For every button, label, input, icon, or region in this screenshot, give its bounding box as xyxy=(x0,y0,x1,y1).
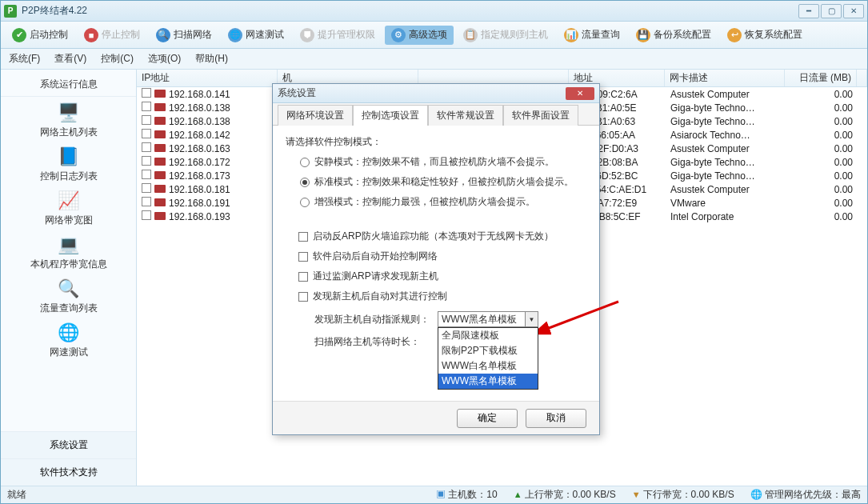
host-icon xyxy=(154,117,166,125)
tab-general[interactable]: 软件常规设置 xyxy=(428,105,503,126)
cancel-button[interactable]: 取消 xyxy=(526,409,586,428)
row-checkbox[interactable] xyxy=(142,156,151,166)
shield-icon: ⛊ xyxy=(300,28,314,42)
check-anti-arp[interactable]: 启动反ARP防火墙追踪功能（本选项对于无线网卡无效） xyxy=(298,230,586,243)
col-extra xyxy=(857,70,867,86)
col-traffic[interactable]: 日流量 (MB) xyxy=(785,70,857,86)
menu-control[interactable]: 控制(C) xyxy=(101,52,134,66)
minimize-button[interactable]: ━ xyxy=(798,4,819,18)
menu-system[interactable]: 系统(F) xyxy=(9,52,40,66)
ok-button[interactable]: 确定 xyxy=(457,409,518,428)
option-p2p-limit[interactable]: 限制P2P下载模板 xyxy=(438,343,538,358)
row-checkbox[interactable] xyxy=(142,170,151,179)
radio-standard[interactable]: 标准模式：控制效果和稳定性较好，但被控机防火墙会提示。 xyxy=(300,175,586,189)
option-global-limit[interactable]: 全局限速模板 xyxy=(438,328,538,343)
checkbox-icon xyxy=(298,292,308,302)
backup-config-button[interactable]: 💾备份系统配置 xyxy=(630,26,718,45)
rule-icon: 📋 xyxy=(463,28,478,42)
sidebar-item-process[interactable]: 💻本机程序带宽信息 xyxy=(1,229,136,273)
col-nic[interactable]: 网卡描述 xyxy=(665,70,785,86)
dialog-title: 系统设置 xyxy=(278,86,316,100)
radio-icon xyxy=(300,178,310,187)
row-checkbox[interactable] xyxy=(142,183,151,193)
stop-control-button[interactable]: ■停止控制 xyxy=(78,26,146,45)
status-hosts: ▣ 主机数：10 xyxy=(436,488,498,502)
host-icon xyxy=(154,198,166,206)
dialog-tabs: 网络环境设置 控制选项设置 软件常规设置 软件界面设置 xyxy=(273,103,599,126)
chevron-down-icon[interactable]: ▼ xyxy=(525,312,538,326)
sidebar-item-traffic[interactable]: 🔍流量查询列表 xyxy=(1,273,136,317)
row-checkbox[interactable] xyxy=(142,102,151,111)
settings-dialog: 系统设置 ✕ 网络环境设置 控制选项设置 软件常规设置 软件界面设置 请选择软件… xyxy=(272,83,600,435)
sidebar-item-bandwidth[interactable]: 📈网络带宽图 xyxy=(1,185,136,229)
col-ip[interactable]: IP地址 xyxy=(137,70,278,86)
menu-options[interactable]: 选项(O) xyxy=(148,52,181,66)
row-checkbox[interactable] xyxy=(142,88,151,98)
status-up: ▲ 上行带宽：0.00 KB/S xyxy=(514,488,616,502)
checkbox-icon xyxy=(298,272,308,282)
rule-combobox[interactable]: WWW黑名单模板 ▼ xyxy=(438,311,538,327)
search-icon: 🔍 xyxy=(54,278,83,300)
checkbox-icon xyxy=(298,252,308,262)
assign-rule-button[interactable]: 📋指定规则到主机 xyxy=(457,26,554,45)
elevate-priv-button[interactable]: ⛊提升管理权限 xyxy=(294,26,382,45)
rule-dropdown: 全局限速模板 限制P2P下载模板 WWW白名单模板 WWW黑名单模板 xyxy=(438,327,538,390)
radio-quiet[interactable]: 安静模式：控制效果不错，而且被控机防火墙不会提示。 xyxy=(300,155,586,169)
host-icon xyxy=(154,144,166,152)
toolbar: ✔启动控制 ■停止控制 🔍扫描网络 🌐网速测试 ⛊提升管理权限 ⚙高级选项 📋指… xyxy=(1,22,867,49)
row-checkbox[interactable] xyxy=(142,142,151,152)
tab-control-options[interactable]: 控制选项设置 xyxy=(353,105,428,126)
rule-label: 发现新主机自动指派规则： xyxy=(314,313,430,326)
restore-config-button[interactable]: ↩恢复系统配置 xyxy=(721,26,809,45)
host-icon xyxy=(154,185,166,193)
maximize-button[interactable]: ▢ xyxy=(821,4,842,18)
dialog-body: 请选择软件控制模式： 安静模式：控制效果不错，而且被控机防火墙不会提示。 标准模… xyxy=(273,126,599,401)
sidebar-item-speedtest[interactable]: 🌐网速测试 xyxy=(1,317,136,361)
speed-test-button[interactable]: 🌐网速测试 xyxy=(222,26,290,45)
rule-value: WWW黑名单模板 xyxy=(442,313,517,326)
checkbox-icon xyxy=(298,232,308,242)
row-checkbox[interactable] xyxy=(142,197,151,206)
restore-icon: ↩ xyxy=(727,28,742,42)
row-checkbox[interactable] xyxy=(142,115,151,125)
play-icon: ✔ xyxy=(12,28,26,42)
radio-enhanced[interactable]: 增强模式：控制能力最强，但被控机防火墙会提示。 xyxy=(300,195,586,209)
sidebar-item-hosts[interactable]: 🖥️网络主机列表 xyxy=(1,97,136,141)
check-auto-start[interactable]: 软件启动后自动开始控制网络 xyxy=(298,250,586,263)
radio-icon xyxy=(300,198,310,207)
sidebar-item-logs[interactable]: 📘控制日志列表 xyxy=(1,141,136,185)
sidebar-header: 系统运行信息 xyxy=(1,73,136,97)
option-blacklist[interactable]: WWW黑名单模板 xyxy=(438,374,538,389)
menubar: 系统(F) 查看(V) 控制(C) 选项(O) 帮助(H) xyxy=(1,49,867,70)
tab-ui[interactable]: 软件界面设置 xyxy=(503,105,578,126)
window-title: P2P终结者4.22 xyxy=(22,4,798,18)
globe-icon: 🌐 xyxy=(54,322,83,344)
search-icon: 🔍 xyxy=(156,28,170,42)
host-icon xyxy=(154,158,166,166)
check-auto-control[interactable]: 发现新主机后自动对其进行控制 xyxy=(298,290,586,303)
traffic-query-button[interactable]: 📊流量查询 xyxy=(558,26,626,45)
chart-icon: 📊 xyxy=(564,28,578,42)
statusbar: 就绪 ▣ 主机数：10 ▲ 上行带宽：0.00 KB/S ▼ 下行带宽：0.00… xyxy=(1,486,867,503)
advanced-options-button[interactable]: ⚙高级选项 xyxy=(385,26,454,45)
status-priority: 🌐 管理网络优先级：最高 xyxy=(750,488,861,502)
status-ready: 就绪 xyxy=(7,488,26,502)
sidebar-support[interactable]: 软件技术支持 xyxy=(1,458,136,486)
sidebar-settings[interactable]: 系统设置 xyxy=(1,431,136,458)
dialog-close-button[interactable]: ✕ xyxy=(566,87,594,100)
dialog-footer: 确定 取消 xyxy=(273,401,599,434)
dialog-titlebar[interactable]: 系统设置 ✕ xyxy=(273,84,599,103)
start-control-button[interactable]: ✔启动控制 xyxy=(6,26,74,45)
scan-network-button[interactable]: 🔍扫描网络 xyxy=(150,26,218,45)
close-button[interactable]: ✕ xyxy=(843,4,864,18)
control-mode-prompt: 请选择软件控制模式： xyxy=(286,135,586,149)
stop-icon: ■ xyxy=(84,28,98,42)
tab-network-env[interactable]: 网络环境设置 xyxy=(278,105,353,126)
status-down: ▼ 下行带宽：0.00 KB/S xyxy=(632,488,734,502)
row-checkbox[interactable] xyxy=(142,210,151,220)
row-checkbox[interactable] xyxy=(142,129,151,138)
check-monitor-arp[interactable]: 通过监测ARP请求发现新主机 xyxy=(298,270,586,283)
menu-help[interactable]: 帮助(H) xyxy=(195,52,228,66)
option-whitelist[interactable]: WWW白名单模板 xyxy=(438,358,538,374)
menu-view[interactable]: 查看(V) xyxy=(54,52,86,66)
